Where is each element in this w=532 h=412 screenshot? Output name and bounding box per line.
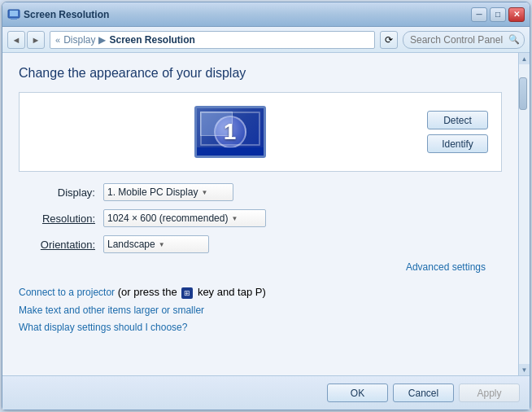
monitor-taskbar	[197, 147, 264, 156]
resolution-dropdown-arrow: ▼	[231, 215, 238, 222]
resolution-dropdown[interactable]: 1024 × 600 (recommended) ▼	[103, 209, 266, 227]
search-container: 🔍	[403, 31, 525, 49]
button-bar: OK Cancel Apply	[2, 375, 530, 410]
text-size-line: Make text and other items larger or smal…	[19, 304, 502, 316]
advanced-settings-row: Advanced settings	[19, 261, 502, 273]
display-preview-box: 1 Detect Identify	[19, 92, 502, 172]
resolution-row: Resolution: 1024 × 600 (recommended) ▼	[22, 209, 499, 227]
orientation-control: Landscape ▼	[103, 235, 209, 253]
resolution-control: 1024 × 600 (recommended) ▼	[103, 209, 266, 227]
display-value: 1. Mobile PC Display	[107, 186, 198, 198]
detect-button[interactable]: Detect	[427, 111, 488, 129]
nav-buttons: ◄ ►	[7, 31, 45, 49]
refresh-button[interactable]: ⟳	[380, 31, 398, 49]
projector-link[interactable]: Connect to a projector	[19, 287, 115, 298]
identify-button[interactable]: Identify	[427, 134, 488, 153]
maximize-button[interactable]: □	[490, 7, 506, 22]
form-rows: Display: 1. Mobile PC Display ▼ Resoluti…	[19, 183, 502, 253]
monitor-preview: 1	[33, 106, 427, 158]
windows-key-icon: ⊞	[181, 287, 193, 299]
display-label: Display:	[22, 186, 103, 199]
display-dropdown-arrow: ▼	[201, 189, 207, 196]
page-title: Change the appearance of your display	[19, 66, 502, 81]
resolution-label: Resolution:	[22, 213, 103, 225]
apply-button[interactable]: Apply	[459, 384, 520, 402]
orientation-dropdown[interactable]: Landscape ▼	[103, 235, 209, 253]
scrollbar-track	[519, 64, 530, 364]
svg-rect-1	[11, 18, 17, 20]
advanced-settings-link[interactable]: Advanced settings	[406, 261, 486, 273]
projector-suffix: (or press the	[115, 286, 180, 298]
address-label: «	[55, 35, 60, 45]
display-row: Display: 1. Mobile PC Display ▼	[22, 183, 499, 201]
orientation-row: Orientation: Landscape ▼	[22, 235, 499, 253]
display-settings-link[interactable]: What display settings should I choose?	[19, 322, 187, 333]
links-section: Connect to a projector (or press the ⊞ k…	[19, 279, 502, 336]
search-input[interactable]	[403, 31, 525, 49]
orientation-value: Landscape	[107, 239, 155, 250]
path-sep: ▶	[98, 34, 106, 46]
minimize-button[interactable]: ─	[471, 7, 487, 22]
title-buttons: ─ □ ✕	[471, 7, 525, 22]
monitor-number: 1	[224, 119, 237, 145]
path-screen-resolution: Screen Resolution	[109, 34, 194, 46]
address-path[interactable]: « Display ▶ Screen Resolution	[50, 31, 375, 49]
search-icon: 🔍	[508, 34, 520, 45]
scrollbar-up-arrow[interactable]: ▲	[519, 53, 530, 64]
svg-rect-2	[10, 11, 18, 16]
display-control: 1. Mobile PC Display ▼	[103, 183, 233, 201]
orientation-label: Orientation:	[22, 239, 103, 251]
resolution-value: 1024 × 600 (recommended)	[107, 213, 228, 224]
window-icon	[7, 8, 20, 21]
scrollbar-thumb[interactable]	[519, 77, 527, 110]
forward-button[interactable]: ►	[27, 31, 45, 49]
display-dropdown[interactable]: 1. Mobile PC Display ▼	[103, 183, 233, 201]
text-size-link[interactable]: Make text and other items larger or smal…	[19, 305, 204, 316]
orientation-dropdown-arrow: ▼	[159, 241, 165, 248]
scrollbar-down-arrow[interactable]: ▼	[519, 364, 530, 375]
scrollbar[interactable]: ▲ ▼	[518, 53, 530, 375]
projector-line: Connect to a projector (or press the ⊞ k…	[19, 286, 502, 299]
display-settings-line: What display settings should I choose?	[19, 321, 502, 333]
window-title: Screen Resolution	[24, 9, 109, 20]
ok-button[interactable]: OK	[327, 384, 388, 402]
content-area: Change the appearance of your display 1	[2, 53, 530, 375]
address-bar: ◄ ► « Display ▶ Screen Resolution ⟳ 🔍	[2, 27, 530, 53]
title-bar: Screen Resolution ─ □ ✕	[2, 2, 530, 27]
monitor-screen: 1	[194, 106, 266, 158]
main-panel: Change the appearance of your display 1	[2, 53, 518, 375]
close-button[interactable]: ✕	[508, 7, 525, 22]
main-window: Screen Resolution ─ □ ✕ ◄ ► « Display ▶ …	[2, 2, 530, 410]
path-display: Display	[63, 34, 95, 46]
back-button[interactable]: ◄	[7, 31, 25, 49]
title-bar-left: Screen Resolution	[7, 8, 109, 21]
detect-identify-buttons: Detect Identify	[427, 111, 488, 153]
projector-end: key and tap P)	[194, 286, 265, 298]
cancel-button[interactable]: Cancel	[393, 384, 454, 402]
